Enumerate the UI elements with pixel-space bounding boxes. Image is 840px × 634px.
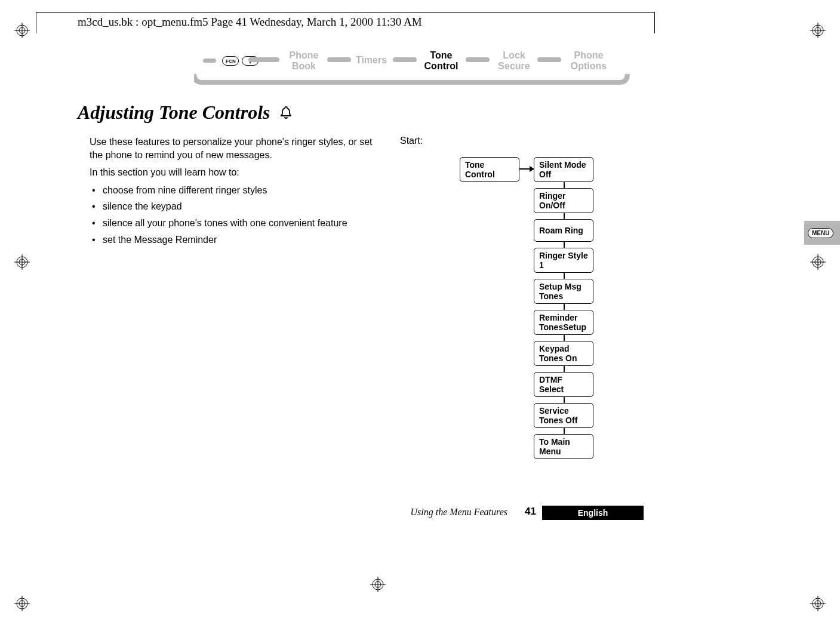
diagram-connector	[564, 182, 565, 188]
nav-tone-control: ToneControl	[420, 50, 462, 72]
list-item: set the Message Reminder	[90, 233, 388, 247]
diagram-connector	[564, 428, 565, 434]
nav-phone-options: PhoneOptions	[565, 50, 613, 72]
list-item: choose from nine different ringer styles	[90, 184, 388, 197]
diagram-child-box: Silent Mode Off	[534, 157, 593, 182]
diagram-child-box: Service Tones Off	[534, 403, 593, 428]
side-tab-menu: MENU	[804, 221, 840, 245]
diagram-connector	[564, 242, 565, 248]
diagram-connector	[564, 213, 565, 219]
bell-icon	[279, 103, 293, 125]
fcn-key-icon: FCN	[222, 56, 239, 66]
intro-paragraph-1: Use these features to personalize your p…	[90, 136, 388, 161]
diagram-connector	[564, 335, 565, 341]
nav-lock-secure: LockSecure	[493, 50, 535, 72]
footer-language-badge: English	[542, 506, 644, 520]
diagram-connector	[564, 366, 565, 372]
diagram-child-box: Roam Ring	[534, 219, 593, 242]
diagram-child-box: Ringer On/Off	[534, 188, 593, 213]
diagram-child-box: To Main Menu	[534, 434, 593, 459]
diagram-child-box: Setup Msg Tones	[534, 279, 593, 304]
diagram-child-box: Ringer Style 1	[534, 248, 593, 273]
registration-mark	[810, 23, 826, 38]
registration-mark	[810, 596, 826, 611]
footer-page-number: 41	[525, 506, 536, 518]
diagram-start-label: Start:	[400, 136, 675, 146]
diagram-parent-box: Tone Control	[460, 157, 519, 182]
diagram-connector	[564, 304, 565, 310]
page-title: Adjusting Tone Controls	[78, 101, 687, 125]
nav-timers: Timers	[353, 55, 389, 66]
intro-paragraph-2: In this section you will learn how to:	[90, 166, 388, 179]
menu-key-icon: MENU	[808, 228, 833, 238]
diagram-connector	[564, 273, 565, 279]
document-header-path: m3cd_us.bk : opt_menu.fm5 Page 41 Wednes…	[78, 16, 422, 29]
diagram-child-box: DTMF Select	[534, 372, 593, 397]
list-item: silence all your phone's tones with one …	[90, 217, 388, 230]
diagram-child-box: Keypad Tones On	[534, 341, 593, 366]
registration-mark	[14, 23, 30, 38]
registration-mark	[370, 577, 386, 592]
list-item: silence the keypad	[90, 200, 388, 213]
registration-mark	[14, 596, 30, 611]
nav-phone-book: PhoneBook	[283, 50, 325, 72]
menu-breadcrumb-ribbon: FCN 1 PhoneBook Timers ToneControl LockS…	[137, 48, 687, 90]
registration-mark	[14, 254, 30, 270]
feature-bullet-list: choose from nine different ringer styles…	[90, 184, 388, 246]
intro-text-column: Use these features to personalize your p…	[90, 136, 388, 250]
registration-mark	[810, 254, 826, 270]
diagram-child-box: Reminder TonesSetup	[534, 310, 593, 335]
footer-section-name: Using the Menu Features	[411, 507, 507, 518]
nav-underline-loop	[194, 74, 636, 92]
diagram-connector	[564, 397, 565, 403]
arrow-right-icon	[519, 168, 534, 170]
